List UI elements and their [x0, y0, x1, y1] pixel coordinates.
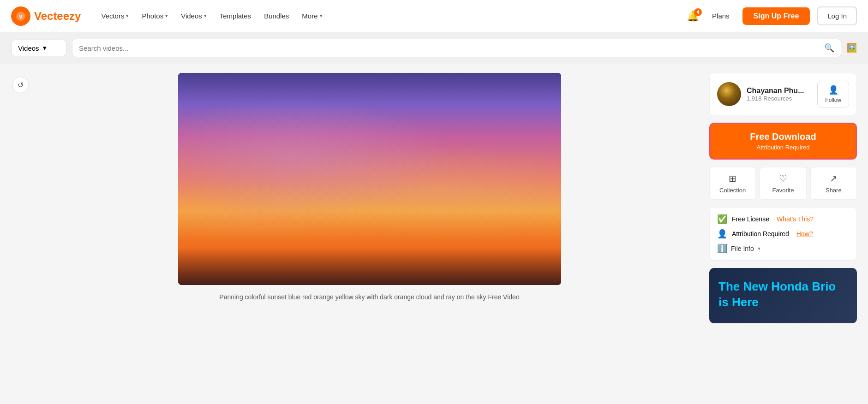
- left-sidebar: ↺: [11, 73, 30, 323]
- caption-area: Panning colorful sunset blue red orange …: [178, 285, 561, 302]
- author-card: Chayanan Phu... 1,918 Resources 👤 Follow: [709, 73, 857, 115]
- nav-vectors-chevron: ▾: [126, 13, 129, 19]
- action-buttons: ⊞ Collection ♡ Favorite ↗ Share: [709, 167, 857, 200]
- header-right: 🔔 4 Plans Sign Up Free Log In: [687, 6, 857, 25]
- author-name: Chayanan Phu...: [747, 87, 812, 95]
- info-icon: ℹ️: [717, 244, 727, 254]
- nav-item-more[interactable]: More ▾: [296, 8, 328, 24]
- nav-item-templates[interactable]: Templates: [214, 8, 257, 24]
- favorite-button[interactable]: ♡ Favorite: [760, 167, 806, 200]
- share-button[interactable]: ↗ Share: [810, 167, 857, 200]
- logo-text: Vecteezy: [34, 10, 81, 23]
- free-license-row: ✅ Free License What's This?: [717, 214, 849, 224]
- logo-icon: v: [11, 6, 30, 26]
- nav-item-videos[interactable]: Videos ▾: [175, 8, 212, 24]
- free-license-label: Free License: [732, 215, 769, 223]
- search-bar: Videos ▾ 🔍 🖼️: [0, 32, 868, 64]
- ad-card: The New Honda Brio is Here: [709, 268, 857, 323]
- author-resources: 1,918 Resources: [747, 95, 812, 102]
- follow-button[interactable]: 👤 Follow: [817, 81, 849, 107]
- video-container: [178, 73, 561, 285]
- whats-this-link[interactable]: What's This?: [777, 215, 814, 223]
- nav-videos-label: Videos: [181, 12, 202, 20]
- share-label: Share: [826, 187, 842, 194]
- author-info: Chayanan Phu... 1,918 Resources: [747, 87, 812, 102]
- download-sub-label: Attribution Required: [718, 144, 848, 151]
- nav-videos-chevron: ▾: [204, 13, 207, 19]
- follow-label: Follow: [825, 97, 841, 103]
- follow-person-icon: 👤: [828, 85, 838, 95]
- check-circle-icon: ✅: [717, 214, 727, 224]
- share-icon: ↗: [830, 173, 838, 184]
- signup-button[interactable]: Sign Up Free: [742, 7, 810, 25]
- nav-photos-label: Photos: [142, 12, 163, 20]
- header: v Vecteezy Vectors ▾ Photos ▾ Videos ▾ T…: [0, 0, 868, 32]
- download-button[interactable]: Free Download Attribution Required: [709, 123, 857, 160]
- attribution-row: 👤 Attribution Required How?: [717, 229, 849, 239]
- license-info: ✅ Free License What's This? 👤 Attributio…: [709, 207, 857, 261]
- ad-title: The New Honda Brio is Here: [718, 279, 848, 310]
- image-search-icon[interactable]: 🖼️: [847, 43, 857, 53]
- favorite-label: Favorite: [772, 187, 794, 194]
- video-caption: Panning colorful sunset blue red orange …: [182, 292, 557, 302]
- notification-badge: 4: [694, 8, 702, 16]
- attribution-icon: 👤: [717, 229, 727, 239]
- logo-link[interactable]: v Vecteezy: [11, 6, 81, 26]
- file-info-chevron: ▾: [758, 245, 760, 252]
- main-content: ↺ Panning colorful sunset blue red orang…: [0, 64, 868, 333]
- center-content: Panning colorful sunset blue red orange …: [39, 73, 700, 323]
- nav-templates-label: Templates: [220, 12, 251, 20]
- attribution-label: Attribution Required: [732, 230, 789, 238]
- login-button[interactable]: Log In: [817, 6, 857, 25]
- search-icon: 🔍: [824, 43, 834, 53]
- how-link[interactable]: How?: [796, 230, 813, 238]
- heart-icon: ♡: [779, 173, 787, 184]
- collection-icon: ⊞: [729, 173, 736, 184]
- right-sidebar: Chayanan Phu... 1,918 Resources 👤 Follow…: [709, 73, 857, 323]
- main-nav: Vectors ▾ Photos ▾ Videos ▾ Templates Bu…: [96, 8, 687, 24]
- file-info-row[interactable]: ℹ️ File Info ▾: [717, 244, 849, 254]
- search-type-select[interactable]: Videos ▾: [11, 40, 66, 56]
- nav-more-label: More: [302, 12, 317, 20]
- nav-more-chevron: ▾: [320, 13, 323, 19]
- nav-item-bundles[interactable]: Bundles: [258, 8, 294, 24]
- notification-button[interactable]: 🔔 4: [687, 10, 699, 22]
- nav-bundles-label: Bundles: [264, 12, 289, 20]
- dark-bottom-overlay: [178, 248, 561, 285]
- search-type-chevron: ▾: [43, 44, 47, 52]
- collection-label: Collection: [719, 187, 746, 194]
- nav-photos-chevron: ▾: [165, 13, 168, 19]
- plans-button[interactable]: Plans: [706, 8, 735, 24]
- svg-text:v: v: [19, 12, 23, 20]
- video-thumbnail: [178, 73, 561, 285]
- author-avatar: [717, 82, 741, 106]
- search-type-label: Videos: [18, 44, 39, 52]
- download-main-label: Free Download: [718, 131, 848, 142]
- back-button[interactable]: ↺: [12, 77, 29, 93]
- nav-item-photos[interactable]: Photos ▾: [136, 8, 174, 24]
- search-input-wrap: 🔍: [72, 39, 841, 57]
- nav-vectors-label: Vectors: [101, 12, 124, 20]
- collection-button[interactable]: ⊞ Collection: [709, 167, 756, 200]
- file-info-label: File Info: [731, 245, 754, 252]
- search-input[interactable]: [79, 44, 820, 52]
- nav-item-vectors[interactable]: Vectors ▾: [96, 8, 134, 24]
